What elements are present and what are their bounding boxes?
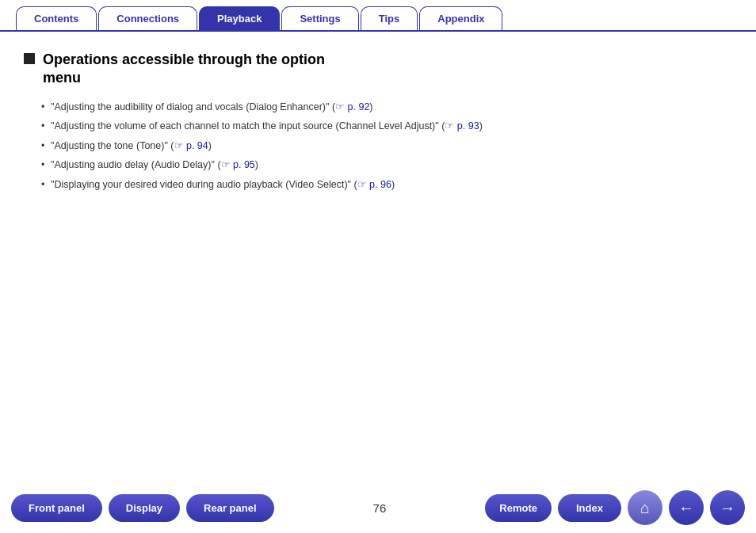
main-content: Operations accessible through the option… [0, 32, 756, 276]
bottom-nav-right: Remote Index ⌂ ← → [485, 490, 745, 525]
index-button[interactable]: Index [558, 494, 621, 522]
section-icon [24, 53, 35, 64]
display-button[interactable]: Display [109, 494, 180, 522]
tab-tips[interactable]: Tips [361, 6, 418, 30]
forward-button[interactable]: → [710, 490, 745, 525]
back-arrow-icon: ← [678, 499, 694, 517]
back-button[interactable]: ← [669, 490, 704, 525]
list-item: "Adjusting audio delay (Audio Delay)" (☞… [41, 158, 732, 173]
list-item: "Adjusting the volume of each channel to… [41, 120, 732, 134]
bullet-list: "Adjusting the audibility of dialog and … [24, 101, 732, 192]
remote-button[interactable]: Remote [485, 494, 552, 522]
section-header: Operations accessible through the option… [24, 51, 732, 88]
front-panel-button[interactable]: Front panel [11, 494, 102, 522]
tab-appendix[interactable]: Appendix [419, 6, 502, 30]
list-item: "Displaying your desired video during au… [41, 178, 732, 192]
section-title: Operations accessible through the option… [43, 51, 325, 88]
home-button[interactable]: ⌂ [628, 490, 662, 525]
bottom-nav-center: 76 [364, 501, 396, 515]
tab-contents[interactable]: Contents [16, 6, 97, 30]
page-number: 76 [364, 501, 396, 515]
forward-arrow-icon: → [720, 499, 735, 517]
bottom-nav: Front panel Display Rear panel 76 Remote… [0, 490, 756, 525]
bottom-nav-left: Front panel Display Rear panel [11, 494, 274, 522]
tab-playback[interactable]: Playback [199, 6, 280, 30]
tab-settings[interactable]: Settings [281, 6, 358, 30]
home-icon: ⌂ [640, 499, 650, 517]
tab-connections[interactable]: Connections [98, 6, 197, 30]
list-item: "Adjusting the audibility of dialog and … [41, 101, 732, 115]
rear-panel-button[interactable]: Rear panel [186, 494, 273, 522]
nav-tabs: Contents Connections Playback Settings T… [0, 0, 756, 32]
list-item: "Adjusting the tone (Tone)" (☞ p. 94) [41, 139, 732, 154]
